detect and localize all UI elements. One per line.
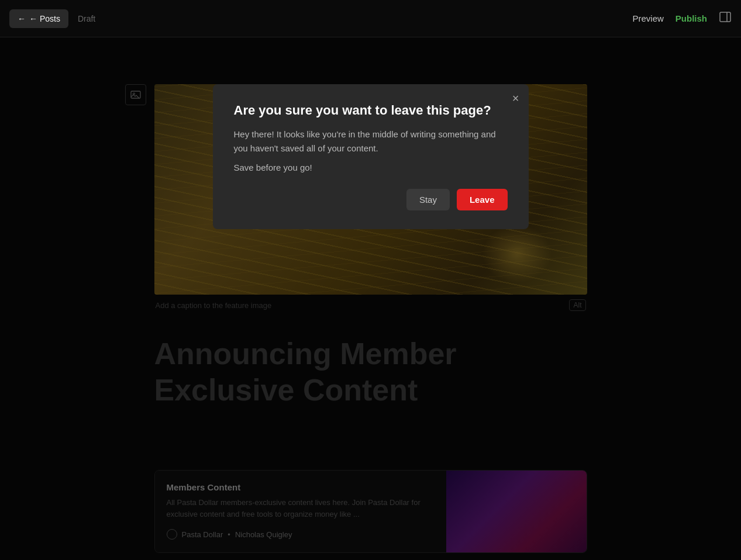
leave-button[interactable]: Leave: [457, 189, 508, 210]
svg-rect-0: [720, 12, 730, 22]
stay-button[interactable]: Stay: [406, 189, 450, 210]
draft-label: Draft: [73, 14, 100, 23]
toolbar-right: Preview Publish: [632, 11, 732, 26]
modal-body: Hey there! It looks like you're in the m…: [234, 127, 508, 155]
editor-area: Add a caption to the feature image Alt A…: [0, 37, 741, 560]
toolbar: ← ← Posts Draft Preview Publish: [0, 0, 741, 37]
confirm-leave-modal: × Are you sure you want to leave this pa…: [213, 84, 529, 229]
posts-label: ← Posts: [29, 14, 60, 23]
toolbar-left: ← ← Posts Draft: [9, 9, 100, 28]
publish-button[interactable]: Publish: [675, 13, 707, 23]
sidebar-toggle-button[interactable]: [719, 11, 732, 26]
modal-actions: Stay Leave: [234, 189, 508, 210]
back-arrow-icon: ←: [18, 14, 26, 23]
modal-body2: Save before you go!: [234, 163, 508, 172]
preview-button[interactable]: Preview: [632, 13, 663, 23]
modal-title: Are you sure you want to leave this page…: [234, 103, 508, 118]
posts-back-button[interactable]: ← ← Posts: [9, 9, 68, 28]
modal-overlay[interactable]: × Are you sure you want to leave this pa…: [0, 37, 741, 560]
sidebar-toggle-icon: [719, 11, 732, 26]
modal-close-button[interactable]: ×: [512, 92, 519, 104]
